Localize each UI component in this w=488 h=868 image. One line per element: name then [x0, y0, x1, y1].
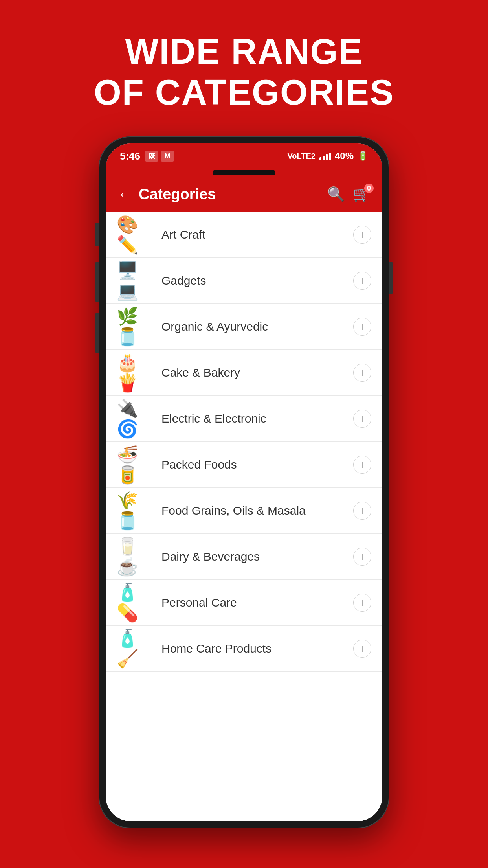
category-icon-home-care: 🧴🧹 — [117, 633, 152, 664]
expand-electric[interactable]: ＋ — [353, 410, 371, 428]
categories-list: 🎨✏️ Art Craft ＋ 🖥️💻 Gadgets ＋ 🌿🫙 Organic… — [106, 212, 382, 821]
hero-line2: OF CATEGORIES — [94, 72, 394, 113]
category-label-home-care: Home Care Products — [161, 642, 353, 655]
status-right: VoLTE2 40% 🔋 — [287, 151, 368, 162]
cart-badge: 0 — [363, 183, 374, 194]
battery-level: 40% — [335, 151, 354, 162]
status-left: 5:46 🖼 M — [120, 150, 174, 162]
category-item-dairy[interactable]: 🥛☕ Dairy & Beverages ＋ — [106, 534, 382, 580]
category-label-food-grains: Food Grains, Oils & Masala — [161, 504, 353, 517]
cart-button[interactable]: 🛒 0 — [353, 186, 371, 202]
power-button — [389, 262, 393, 294]
category-icon-art-craft: 🎨✏️ — [117, 219, 152, 250]
expand-gadgets[interactable]: ＋ — [353, 272, 371, 290]
status-icons: 🖼 M — [145, 151, 174, 162]
expand-food-grains[interactable]: ＋ — [353, 502, 371, 520]
volume-down-button — [95, 313, 99, 353]
category-label-bakery: Cake & Bakery — [161, 366, 353, 379]
expand-packed-foods[interactable]: ＋ — [353, 456, 371, 474]
camera-pill — [213, 170, 275, 175]
gmail-icon: M — [161, 151, 174, 162]
time-display: 5:46 — [120, 150, 140, 162]
battery-icon: 🔋 — [358, 151, 368, 161]
page-title: Categories — [139, 186, 327, 203]
category-label-dairy: Dairy & Beverages — [161, 550, 353, 563]
category-label-organic: Organic & Ayurvedic — [161, 320, 353, 333]
status-bar: 5:46 🖼 M VoLTE2 40% 🔋 — [106, 143, 382, 169]
category-item-organic[interactable]: 🌿🫙 Organic & Ayurvedic ＋ — [106, 304, 382, 350]
expand-personal-care[interactable]: ＋ — [353, 594, 371, 612]
expand-dairy[interactable]: ＋ — [353, 548, 371, 566]
phone-mockup: 5:46 🖼 M VoLTE2 40% 🔋 — [99, 136, 389, 828]
category-item-gadgets[interactable]: 🖥️💻 Gadgets ＋ — [106, 258, 382, 304]
category-item-personal-care[interactable]: 🧴💊 Personal Care ＋ — [106, 580, 382, 626]
search-button[interactable]: 🔍 — [327, 186, 345, 202]
expand-home-care[interactable]: ＋ — [353, 640, 371, 658]
back-button[interactable]: ← — [117, 186, 132, 203]
header-icons: 🔍 🛒 0 — [327, 186, 371, 202]
category-item-packed-foods[interactable]: 🍜🥫 Packed Foods ＋ — [106, 442, 382, 488]
phone-screen: 5:46 🖼 M VoLTE2 40% 🔋 — [106, 143, 382, 821]
category-label-personal-care: Personal Care — [161, 596, 353, 609]
category-item-electric[interactable]: 🔌🌀 Electric & Electronic ＋ — [106, 396, 382, 442]
signal-bars — [319, 152, 331, 160]
category-icon-dairy: 🥛☕ — [117, 541, 152, 572]
category-item-home-care[interactable]: 🧴🧹 Home Care Products ＋ — [106, 626, 382, 672]
camera-notch-row — [106, 169, 382, 177]
category-icon-electric: 🔌🌀 — [117, 403, 152, 434]
hero-heading: WIDE RANGE OF CATEGORIES — [94, 31, 394, 113]
category-icon-bakery: 🎂🍟 — [117, 357, 152, 388]
expand-organic[interactable]: ＋ — [353, 318, 371, 336]
category-icon-food-grains: 🌾🫙 — [117, 495, 152, 526]
category-label-art-craft: Art Craft — [161, 228, 353, 241]
hero-line1: WIDE RANGE — [94, 31, 394, 72]
volume-up-button — [95, 262, 99, 302]
mute-button — [95, 223, 99, 246]
category-icon-packed-foods: 🍜🥫 — [117, 449, 152, 480]
image-icon: 🖼 — [145, 151, 158, 162]
expand-bakery[interactable]: ＋ — [353, 364, 371, 382]
category-item-food-grains[interactable]: 🌾🫙 Food Grains, Oils & Masala ＋ — [106, 488, 382, 534]
expand-art-craft[interactable]: ＋ — [353, 226, 371, 244]
category-icon-organic: 🌿🫙 — [117, 311, 152, 342]
category-icon-gadgets: 🖥️💻 — [117, 265, 152, 296]
signal-label: VoLTE2 — [287, 152, 315, 161]
category-icon-personal-care: 🧴💊 — [117, 587, 152, 618]
category-item-bakery[interactable]: 🎂🍟 Cake & Bakery ＋ — [106, 350, 382, 396]
category-label-gadgets: Gadgets — [161, 274, 353, 287]
app-header: ← Categories 🔍 🛒 0 — [106, 177, 382, 212]
category-item-art-craft[interactable]: 🎨✏️ Art Craft ＋ — [106, 212, 382, 258]
category-label-packed-foods: Packed Foods — [161, 458, 353, 471]
category-label-electric: Electric & Electronic — [161, 412, 353, 425]
